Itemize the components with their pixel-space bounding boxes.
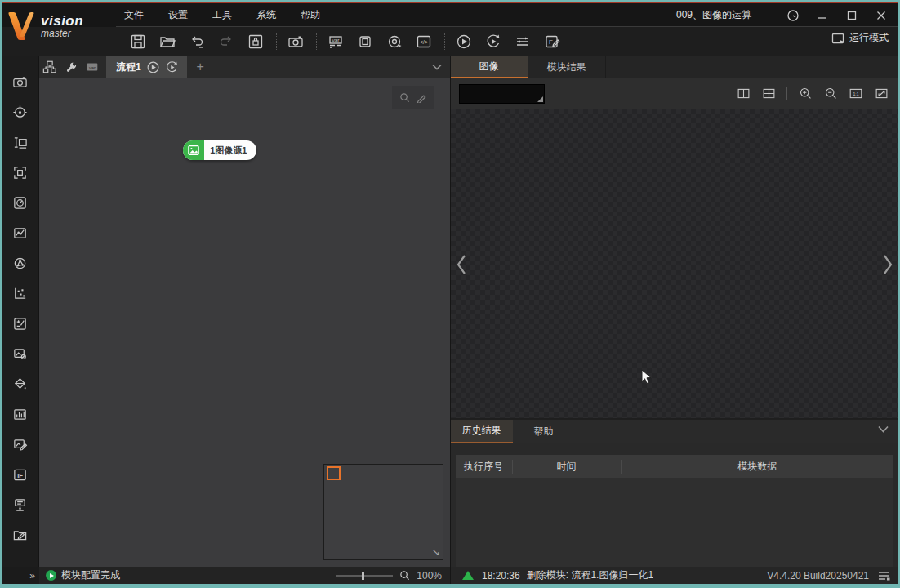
location-target-icon[interactable]	[7, 100, 32, 123]
save-lock-icon[interactable]	[243, 31, 268, 52]
minimize-button[interactable]	[812, 7, 833, 24]
svg-text:</>: </>	[420, 38, 428, 44]
add-flow-button[interactable]: +	[197, 60, 204, 74]
history-collapse-chevron-icon[interactable]	[878, 425, 889, 433]
save-icon[interactable]	[126, 31, 150, 52]
log-list-icon[interactable]	[878, 571, 890, 581]
module-icon[interactable]	[353, 31, 377, 52]
history-table-body[interactable]	[456, 478, 894, 567]
canvas-edit-icon[interactable]	[417, 92, 427, 103]
redo-icon[interactable]	[214, 31, 238, 52]
logo-line2: master	[41, 29, 83, 38]
tab-module-result[interactable]: 模块结果	[528, 56, 606, 78]
minimap-viewport[interactable]	[327, 466, 341, 480]
select-corner-icon	[537, 96, 543, 102]
column-exec-index[interactable]: 执行序号	[456, 460, 513, 474]
logo-line1: vision	[41, 14, 83, 28]
log-statusbar: 18:20:36 删除模块: 流程1.图像归一化1 V4.4.20 Build2…	[450, 567, 898, 584]
image-viewer[interactable]	[451, 109, 899, 419]
communication-icon[interactable]	[382, 31, 407, 52]
svg-text:var: var	[332, 37, 340, 42]
menu-file[interactable]: 文件	[123, 7, 145, 24]
image-process-gear-icon[interactable]	[7, 342, 32, 365]
tab-help[interactable]: 帮助	[513, 420, 575, 443]
open-folder-icon[interactable]	[155, 31, 180, 52]
code-icon[interactable]: </>	[412, 31, 436, 52]
grid-view-icon[interactable]	[760, 85, 777, 103]
run-once-icon[interactable]	[452, 31, 476, 52]
logo-v-icon	[10, 11, 38, 42]
svg-text:IF: IF	[17, 471, 23, 479]
minimap[interactable]: ↘	[323, 464, 443, 560]
close-button[interactable]	[871, 7, 892, 24]
recognition-icon[interactable]	[7, 161, 32, 184]
zoom-in-icon[interactable]	[796, 85, 814, 103]
column-module-data[interactable]: 模块数据	[622, 460, 894, 474]
flow-collapse-chevron-icon[interactable]	[432, 64, 442, 70]
variables-icon[interactable]: var	[323, 31, 348, 52]
camera-icon[interactable]	[283, 31, 308, 52]
history-tabbar: 历史结果 帮助	[451, 419, 899, 443]
main-toolbar: var </> F 运行模式	[2, 27, 898, 56]
svg-text:F: F	[549, 38, 553, 46]
menu-tools[interactable]: 工具	[211, 7, 234, 24]
report-edit-icon[interactable]: F	[540, 31, 564, 52]
column-time[interactable]: 时间	[513, 460, 622, 474]
flow-tab-process1[interactable]: 流程1	[106, 56, 187, 78]
script-folder-icon[interactable]	[7, 523, 32, 546]
menu-help[interactable]: 帮助	[299, 7, 322, 24]
flow-tab-label: 流程1	[116, 60, 141, 74]
defect-histogram-icon[interactable]	[7, 403, 32, 425]
tool-sidebar: IF	[2, 56, 39, 567]
fit-window-icon[interactable]	[872, 85, 890, 103]
wrench-icon[interactable]	[60, 57, 82, 77]
menu-system[interactable]: 系统	[255, 7, 278, 24]
one-to-one-icon[interactable]: 1:1	[847, 85, 865, 103]
flow-variables-icon[interactable]: var	[82, 57, 103, 77]
color-fill-icon[interactable]	[7, 372, 32, 395]
3d-sphere-icon[interactable]	[7, 252, 32, 274]
app-logo: vision master	[10, 5, 108, 47]
run-mode-button[interactable]: 运行模式	[831, 31, 889, 45]
status-play-icon	[46, 570, 56, 581]
zoom-level: 100%	[417, 570, 442, 581]
flow-canvas[interactable]: 1图像源1 ↘	[39, 78, 450, 567]
canvas-search-icon[interactable]	[399, 92, 410, 103]
flowchart-icon[interactable]	[39, 57, 60, 77]
split-view-icon[interactable]	[734, 85, 752, 103]
flow-run-once-icon[interactable]	[146, 60, 160, 74]
menu-settings[interactable]: 设置	[167, 7, 189, 24]
global-trigger-icon[interactable]	[510, 31, 535, 52]
acquisition-camera-icon[interactable]	[7, 70, 32, 93]
zoom-slider-handle[interactable]	[362, 572, 364, 580]
next-image-chevron-icon[interactable]	[882, 254, 893, 275]
run-continuous-icon[interactable]	[481, 31, 506, 52]
alignment-contour-icon[interactable]	[7, 221, 32, 244]
sidebar-collapse-button[interactable]: »	[2, 567, 39, 584]
calculator-icon[interactable]	[7, 312, 32, 335]
point-grid-icon[interactable]	[7, 282, 32, 305]
prev-image-chevron-icon[interactable]	[456, 254, 467, 275]
undo-icon[interactable]	[185, 31, 209, 52]
flow-run-continuous-icon[interactable]	[165, 60, 179, 74]
zoom-out-icon[interactable]	[822, 85, 840, 103]
node-image-source[interactable]: 1图像源1	[183, 140, 256, 160]
window-title: 009、图像的运算	[676, 8, 751, 22]
canvas-statusbar: » 模块配置完成 100%	[2, 567, 450, 584]
minimap-resize-handle[interactable]: ↘	[432, 546, 440, 558]
svg-text:var: var	[89, 65, 96, 70]
calibration-icon[interactable]	[7, 191, 32, 214]
titlebar: vision master 文件 设置 工具 系统 帮助 009、图像的运算	[2, 3, 898, 27]
event-time: 18:20:36	[482, 570, 520, 581]
maximize-button[interactable]	[841, 7, 862, 24]
measure-icon[interactable]	[7, 131, 32, 154]
canvas-overlay-toolbar	[392, 86, 434, 109]
tab-image[interactable]: 图像	[451, 56, 528, 78]
zoom-slider[interactable]	[336, 575, 393, 577]
image-edit-icon[interactable]	[7, 433, 32, 456]
image-source-select[interactable]	[459, 84, 545, 104]
timer-icon[interactable]	[782, 7, 804, 24]
communication-net-icon[interactable]	[7, 493, 32, 516]
if-logic-icon[interactable]: IF	[7, 463, 32, 486]
tab-history-result[interactable]: 历史结果	[451, 420, 513, 443]
